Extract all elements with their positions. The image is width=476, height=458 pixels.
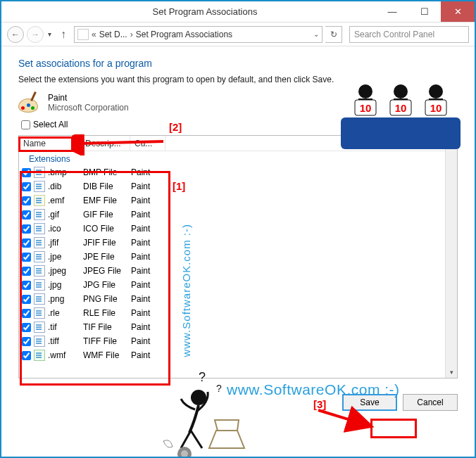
maximize-button[interactable]: ☐ [408,1,441,22]
row-ext: .bmp [48,167,82,177]
scroll-down-icon[interactable]: ▾ [446,366,457,378]
col-name[interactable]: Name [19,136,81,151]
row-current: Paint [131,182,165,191]
chevron-right-icon: › [130,30,133,39]
table-row[interactable]: .jpegJPEG FilePaint [19,264,457,278]
row-current: Paint [131,167,165,177]
row-checkbox[interactable] [22,210,31,220]
row-desc: BMP File [83,167,130,177]
row-current: Paint [131,196,165,205]
row-ext: .dib [48,182,82,191]
navbar: ← → ▾ ↑ « Set D... › Set Program Associa… [1,23,475,46]
table-row[interactable]: .tifTIF FilePaint [19,320,457,334]
row-checkbox[interactable] [22,337,31,346]
row-desc: GIF File [83,210,130,220]
row-desc: EMF File [83,196,130,205]
col-desc[interactable]: Descrip... [81,136,130,151]
search-placeholder: Search Control Panel [354,30,434,39]
file-icon [34,195,45,206]
table-row[interactable]: .tiffTIFF FilePaint [19,334,457,348]
row-checkbox[interactable] [22,196,31,205]
table-row[interactable]: .jfifJFIF FilePaint [19,236,457,250]
row-checkbox[interactable] [22,309,31,318]
search-input[interactable]: Search Control Panel [349,26,469,43]
svg-point-18 [177,447,192,458]
table-row[interactable]: .bmpBMP FilePaint [19,165,457,179]
row-ext: .tif [48,322,82,332]
row-checkbox[interactable] [22,323,31,332]
table-row[interactable]: .rleRLE FilePaint [19,306,457,320]
row-desc: TIFF File [83,336,130,346]
breadcrumb-a[interactable]: Set D... [99,30,127,39]
breadcrumb-b[interactable]: Set Program Associations [136,30,232,39]
col-current[interactable]: Cu... [130,136,165,151]
folder-icon [77,29,89,40]
save-button[interactable]: Save [342,394,397,411]
row-desc: PNG File [83,294,130,304]
file-icon [34,167,45,178]
instruction-text: Select the extensions you want this prog… [18,75,458,84]
row-desc: ICO File [83,224,130,234]
table-row[interactable]: .icoICO FilePaint [19,222,457,236]
file-icon [34,209,45,220]
addressbar-dropdown-icon[interactable]: ⌄ [313,30,319,38]
row-desc: WMF File [83,350,130,360]
row-desc: JPEG File [83,266,130,276]
breadcrumb-sep: « [92,30,96,39]
row-ext: .jpe [48,252,82,262]
titlebar: Set Program Associations — ☐ ✕ [1,1,475,23]
row-checkbox[interactable] [22,224,31,234]
table-row[interactable]: .pngPNG FilePaint [19,292,457,306]
back-button[interactable]: ← [7,26,24,43]
select-all-input[interactable] [21,120,30,129]
row-ext: .rle [48,308,82,318]
row-checkbox[interactable] [22,168,31,177]
file-icon [34,251,45,262]
table-row[interactable]: .dibDIB FilePaint [19,179,457,193]
row-checkbox[interactable] [22,281,31,290]
row-current: Paint [131,294,165,304]
row-checkbox[interactable] [22,351,31,360]
row-checkbox[interactable] [22,295,31,304]
col-spacer [165,136,457,151]
scroll-up-icon[interactable]: ▴ [446,136,457,148]
program-corp: Microsoft Corporation [48,103,129,113]
up-button[interactable]: ↑ [56,27,71,42]
row-current: Paint [131,336,165,346]
select-all-checkbox[interactable]: Select All [18,118,70,131]
table-row[interactable]: .jpeJPE FilePaint [19,250,457,264]
refresh-button[interactable]: ↻ [325,26,342,43]
row-ext: .wmf [48,350,82,360]
row-current: Paint [131,252,165,262]
row-current: Paint [131,210,165,220]
row-desc: JPE File [83,252,130,262]
forward-button[interactable]: → [27,26,44,43]
table-row[interactable]: .jpgJPG FilePaint [19,278,457,292]
addressbar[interactable]: « Set D... › Set Program Associations ⌄ [74,26,322,43]
table-row[interactable]: .wmfWMF FilePaint [19,348,457,362]
select-all-label: Select All [33,120,68,129]
table-row[interactable]: .gifGIF FilePaint [19,208,457,222]
row-checkbox[interactable] [22,253,31,262]
close-button[interactable]: ✕ [441,1,475,22]
table-row[interactable]: .emfEMF FilePaint [19,193,457,208]
minimize-button[interactable]: — [376,1,408,22]
history-dropdown-icon[interactable]: ▾ [48,30,51,38]
row-current: Paint [131,322,165,332]
row-desc: TIF File [83,322,130,332]
cancel-button[interactable]: Cancel [403,394,458,411]
row-checkbox[interactable] [22,182,31,191]
program-name: Paint [48,93,129,103]
group-extensions[interactable]: Extensions [19,151,457,165]
window-title: Set Program Associations [34,6,376,17]
file-icon [34,265,45,276]
row-ext: .png [48,294,82,304]
extensions-list: Name Descrip... Cu... Extensions .bmpBMP… [18,135,458,379]
row-checkbox[interactable] [22,267,31,276]
row-ext: .tiff [48,336,82,346]
row-checkbox[interactable] [22,238,31,248]
scrollbar[interactable]: ▴ ▾ [445,136,457,378]
row-current: Paint [131,266,165,276]
row-current: Paint [131,224,165,234]
row-current: Paint [131,280,165,290]
